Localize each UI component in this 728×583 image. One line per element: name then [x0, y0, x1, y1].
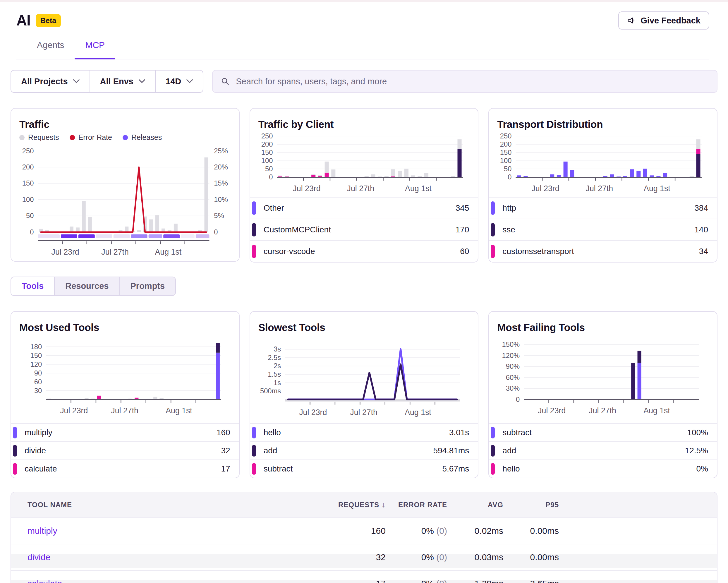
svg-text:30%: 30%: [506, 384, 520, 392]
filter-bar: All Projects All Envs 14D: [10, 70, 718, 93]
legend-color-pill: [491, 445, 495, 457]
legend-row-label: divide: [25, 446, 46, 455]
svg-text:20%: 20%: [214, 163, 228, 171]
legend-row-label: Other: [264, 203, 284, 213]
page-header: AI Beta Give Feedback Agents MCP: [0, 11, 728, 59]
column-requests[interactable]: Requests ↓: [315, 500, 386, 509]
svg-text:10%: 10%: [214, 196, 228, 203]
svg-text:60: 60: [34, 378, 42, 386]
legend-dot: [19, 135, 25, 140]
legend-row-value: 34: [699, 247, 708, 256]
chevron-down-icon: [139, 79, 145, 83]
svg-text:3s: 3s: [274, 345, 281, 353]
column-p95[interactable]: P95: [503, 501, 559, 509]
column-avg[interactable]: Avg: [447, 501, 503, 509]
legend-color-pill: [252, 245, 256, 258]
legend-row-value: 32: [221, 446, 230, 455]
table-row-calculate: calculate170% (0)1.29ms3.65ms: [11, 570, 717, 583]
tool-link-multiply[interactable]: multiply: [27, 526, 57, 536]
tab-resources[interactable]: Resources: [55, 277, 120, 295]
svg-text:250: 250: [500, 133, 512, 140]
column-error-rate[interactable]: Error Rate: [386, 501, 447, 509]
search-input[interactable]: [235, 76, 709, 86]
tab-prompts[interactable]: Prompts: [120, 277, 176, 295]
legend-color-pill: [252, 463, 256, 475]
give-feedback-button[interactable]: Give Feedback: [618, 11, 709, 30]
svg-text:Jul 27th: Jul 27th: [589, 406, 617, 415]
envs-filter-label: All Envs: [100, 77, 133, 86]
most-used-tools-chart: 306090120150180Jul 23rdJul 27thAug 1st: [19, 336, 231, 420]
most-used-tools-legend: multiply160divide32calculate17: [11, 423, 239, 478]
traffic-by-client-title: Traffic by Client: [258, 119, 470, 130]
legend-row-Other: Other345: [250, 198, 478, 219]
beta-badge: Beta: [36, 14, 61, 27]
legend-color-pill: [252, 445, 256, 457]
transport-distribution-legend: http384sse140customssetransport34: [489, 197, 717, 262]
legend-row-http: http384: [489, 198, 717, 219]
p95-value: 0.00ms: [503, 526, 559, 536]
main-tabbar: Agents MCP: [17, 40, 709, 59]
svg-text:200: 200: [261, 140, 273, 148]
svg-text:Jul 27th: Jul 27th: [111, 406, 138, 415]
requests-value: 160: [315, 526, 386, 536]
tab-mcp[interactable]: MCP: [75, 40, 115, 59]
tool-link-divide[interactable]: divide: [27, 552, 50, 562]
slowest-tools-legend: hello3.01sadd594.81mssubtract5.67ms: [250, 423, 478, 478]
svg-text:500ms: 500ms: [260, 387, 281, 395]
tab-agents[interactable]: Agents: [26, 40, 75, 59]
legend-row-label: multiply: [25, 428, 52, 437]
date-range-filter[interactable]: 14D: [156, 71, 203, 92]
legend-row-calculate: calculate17: [11, 459, 239, 478]
traffic-by-client-chart: 050100150200250Jul 23rdJul 27thAug 1st: [258, 133, 470, 194]
svg-text:2.5s: 2.5s: [268, 354, 281, 361]
most-used-tools-card: Most Used Tools 306090120150180Jul 23rdJ…: [10, 311, 240, 478]
traffic-legend: RequestsError RateReleases: [19, 133, 231, 142]
svg-text:100: 100: [261, 157, 273, 164]
svg-text:15%: 15%: [214, 179, 228, 187]
traffic-chart: 05010015020025005%10%15%20%25%Jul 23rdJu…: [19, 142, 231, 258]
legend-row-label: calculate: [25, 464, 57, 474]
legend-row-label: subtract: [264, 464, 293, 474]
legend-row-label: sse: [502, 225, 515, 234]
filter-group: All Projects All Envs 14D: [10, 70, 203, 93]
svg-text:90: 90: [34, 369, 42, 377]
table-row-multiply: multiply1600% (0)0.02ms0.00ms: [11, 517, 717, 544]
main-content: All Projects All Envs 14D Traffic Reques…: [0, 59, 728, 583]
most-failing-tools-card: Most Failing Tools 030%60%90%120%150%Jul…: [488, 311, 718, 478]
legend-color-pill: [491, 245, 495, 258]
svg-text:1s: 1s: [274, 378, 281, 386]
legend-row-value: 170: [456, 225, 469, 234]
most-failing-tools-legend: subtract100%add12.5%hello0%: [489, 423, 717, 478]
svg-text:250: 250: [22, 147, 34, 155]
svg-text:Jul 23rd: Jul 23rd: [52, 248, 79, 256]
chevron-down-icon: [73, 79, 80, 83]
error-rate-value: 0% (0): [386, 526, 447, 536]
avg-value: 1.29ms: [447, 579, 503, 583]
legend-row-label: CustomMCPClient: [264, 225, 331, 234]
legend-row-cursor-vscode: cursor-vscode60: [250, 240, 478, 262]
legend-color-pill: [13, 463, 17, 475]
projects-filter[interactable]: All Projects: [11, 71, 90, 92]
svg-text:Jul 27th: Jul 27th: [101, 248, 129, 256]
p95-value: 3.65ms: [503, 579, 559, 583]
legend-row-value: 60: [460, 247, 469, 256]
legend-row-sse: sse140: [489, 219, 717, 240]
legend-item-requests: Requests: [19, 133, 59, 142]
legend-row-label: hello: [264, 428, 281, 437]
legend-row-multiply: multiply160: [11, 424, 239, 441]
avg-value: 0.03ms: [447, 552, 503, 562]
legend-row-label: customssetransport: [502, 247, 574, 256]
svg-text:Jul 27th: Jul 27th: [586, 184, 613, 193]
sort-down-icon: ↓: [382, 500, 386, 509]
slowest-tools-card: Slowest Tools 500ms1s1.5s2s2.5s3sJul 23r…: [250, 311, 479, 478]
error-count: (0): [436, 526, 447, 536]
avg-value: 0.02ms: [447, 526, 503, 536]
legend-row-label: add: [502, 446, 516, 455]
tool-link-calculate[interactable]: calculate: [27, 579, 62, 583]
column-tool-name[interactable]: Tool Name: [27, 501, 315, 509]
legend-label: Releases: [131, 133, 162, 142]
tab-tools[interactable]: Tools: [11, 277, 55, 295]
svg-text:Jul 23rd: Jul 23rd: [532, 184, 560, 193]
legend-row-subtract: subtract5.67ms: [250, 459, 478, 478]
envs-filter[interactable]: All Envs: [90, 71, 156, 92]
